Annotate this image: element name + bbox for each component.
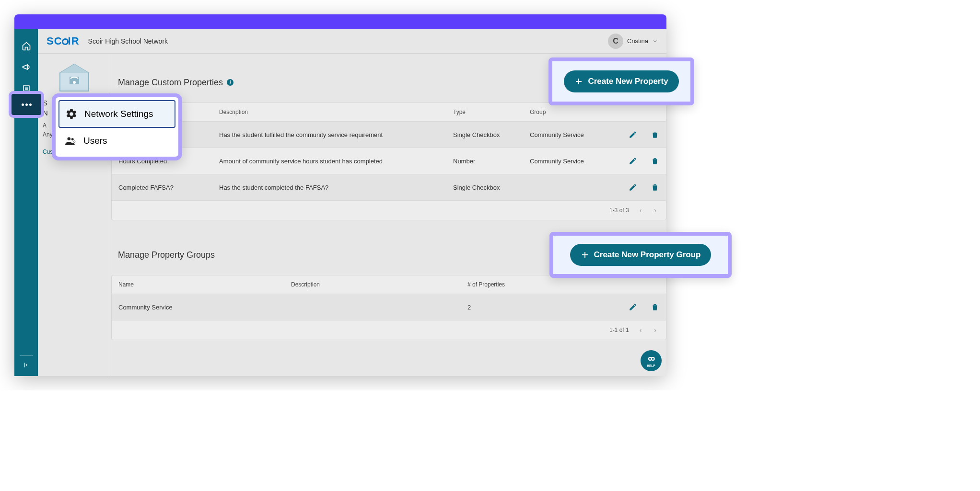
groups-section-title: Manage Property Groups	[118, 250, 215, 260]
svg-point-6	[71, 138, 74, 140]
avatar: C	[608, 34, 623, 49]
menu-item-network-settings[interactable]: Network Settings	[58, 100, 175, 128]
users-icon	[64, 135, 77, 147]
prev-page-icon[interactable]: ‹	[638, 325, 644, 335]
cell-desc: Has the student completed the FAFSA?	[219, 184, 453, 191]
cell-name: Community Service	[118, 304, 291, 311]
groups-title-text: Manage Property Groups	[118, 250, 215, 260]
gear-icon	[65, 108, 78, 120]
col-header-desc: Description	[291, 281, 467, 288]
cell-type: Single Checkbox	[453, 131, 530, 138]
next-page-icon[interactable]: ›	[652, 325, 658, 335]
user-name-label: Cristina	[627, 37, 648, 45]
cell-name: Completed FAFSA?	[118, 184, 219, 191]
table-row: Community Service 2	[112, 294, 666, 320]
nav-rail	[14, 29, 38, 376]
menu-label: Users	[83, 136, 107, 146]
more-menu-button[interactable]	[9, 91, 44, 118]
edit-icon[interactable]	[629, 157, 637, 165]
create-group-callout: Create New Property Group	[549, 232, 732, 278]
col-header-count: # of Properties	[467, 281, 611, 288]
create-group-button-highlight[interactable]: Create New Property Group	[570, 244, 712, 266]
cell-group: Community Service	[530, 158, 611, 165]
cell-desc: Amount of community service hours studen…	[219, 158, 453, 165]
delete-icon[interactable]	[651, 130, 659, 139]
svg-point-4	[73, 81, 76, 84]
plus-icon	[581, 251, 589, 259]
help-label: HELP	[647, 364, 655, 367]
network-name: Scoir High School Network	[88, 37, 168, 45]
user-menu[interactable]: C Cristina	[608, 34, 658, 49]
create-property-button-highlight[interactable]: Create New Property	[564, 70, 678, 92]
top-header: SCIR Scoir High School Network C Cristin…	[38, 29, 666, 54]
button-label: Create New Property Group	[594, 250, 701, 260]
plus-icon	[574, 77, 583, 86]
expand-sidebar-icon[interactable]	[20, 359, 33, 371]
next-page-icon[interactable]: ›	[652, 206, 658, 215]
col-header-name: Name	[118, 281, 291, 288]
nav-divider	[20, 355, 33, 356]
home-icon[interactable]	[20, 40, 33, 52]
edit-icon[interactable]	[629, 183, 637, 192]
table-row: Has the student fulfilled the community …	[112, 121, 666, 148]
pagination-label: 1-1 of 1	[609, 327, 629, 333]
table-row: Completed FAFSA? Has the student complet…	[112, 174, 666, 200]
logo: SCIR	[47, 35, 80, 47]
delete-icon[interactable]	[651, 303, 659, 311]
svg-point-5	[68, 137, 71, 140]
menu-label: Network Settings	[84, 109, 153, 119]
window-titlebar	[14, 14, 666, 29]
edit-icon[interactable]	[629, 303, 637, 311]
prev-page-icon[interactable]: ‹	[638, 206, 644, 215]
cell-desc: Has the student fulfilled the community …	[219, 131, 453, 138]
school-icon	[55, 62, 93, 94]
cell-group: Community Service	[530, 131, 611, 138]
chevron-down-icon	[652, 38, 658, 44]
more-icon	[22, 103, 32, 106]
megaphone-icon[interactable]	[20, 61, 33, 73]
button-label: Create New Property	[588, 77, 668, 86]
col-header-group: Group	[530, 109, 611, 115]
svg-marker-2	[60, 64, 89, 73]
create-property-callout: Create New Property	[548, 57, 694, 105]
cell-type: Single Checkbox	[453, 184, 530, 191]
info-icon[interactable]: i	[227, 79, 233, 86]
groups-table: Name Description # of Properties Communi…	[111, 275, 666, 340]
edit-icon[interactable]	[629, 130, 637, 139]
properties-title-text: Manage Custom Properties	[118, 78, 223, 88]
infinity-icon	[646, 354, 656, 364]
cell-count: 2	[467, 304, 611, 311]
more-menu-popup: Network Settings Users	[52, 93, 182, 160]
delete-icon[interactable]	[651, 157, 659, 165]
properties-section-title: Manage Custom Properties i	[118, 78, 233, 88]
properties-table: Name Description Type Group Has the stud…	[111, 103, 666, 220]
menu-item-users[interactable]: Users	[58, 128, 175, 154]
col-header-type: Type	[453, 109, 530, 115]
delete-icon[interactable]	[651, 183, 659, 192]
help-button[interactable]: HELP	[641, 350, 662, 371]
pagination-label: 1-3 of 3	[609, 207, 629, 214]
col-header-desc: Description	[219, 109, 453, 115]
table-row: Hours Completed Amount of community serv…	[112, 148, 666, 174]
cell-type: Number	[453, 158, 530, 165]
